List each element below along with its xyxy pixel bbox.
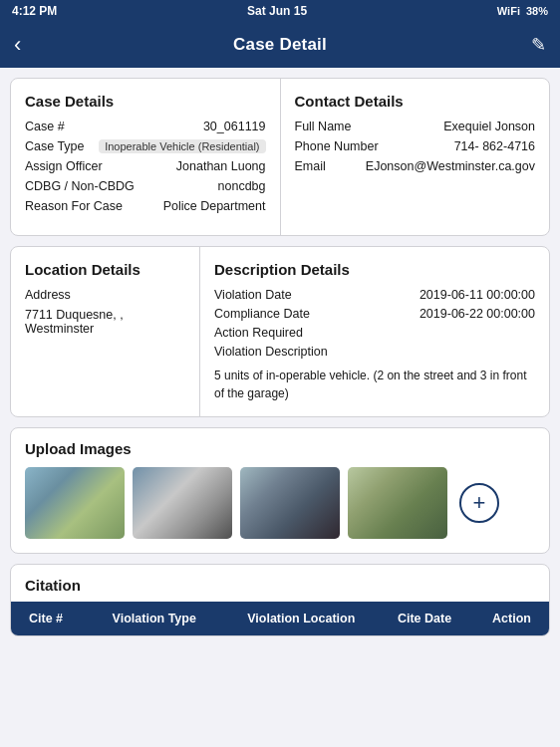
cdbg-label: CDBG / Non-CBDG [25,179,135,193]
status-icons: WiFi 38% [497,5,548,17]
reason-row: Reason For Case Police Department [25,199,266,213]
nav-bar: ‹ Case Detail ✎ [0,22,560,68]
phone-row: Phone Number 714- 862-4716 [295,139,536,153]
case-type-row: Case Type Inoperable Vehicle (Residentia… [25,139,266,153]
assign-officer-label: Assign Officer [25,159,103,173]
email-label: Email [295,159,326,173]
location-title: Location Details [25,261,185,278]
compliance-date-label: Compliance Date [214,307,310,321]
compliance-date-value: 2019-06-22 00:00:00 [420,307,535,321]
full-name-value: Exequiel Jonson [443,120,535,133]
violation-date-row: Violation Date 2019-06-11 00:00:00 [214,288,535,302]
action-required-label: Action Required [214,326,303,340]
case-details-title: Case Details [25,93,266,110]
description-title: Description Details [214,261,535,278]
phone-value: 714- 862-4716 [454,139,535,153]
cdbg-value: noncdbg [218,179,266,193]
case-contact-card: Case Details Case # 30_061119 Case Type … [10,78,550,236]
reason-label: Reason For Case [25,199,123,213]
image-thumb-4[interactable] [348,467,447,539]
wifi-icon: WiFi [497,5,520,17]
assign-officer-row: Assign Officer Jonathan Luong [25,159,266,173]
status-bar: 4:12 PM Sat Jun 15 WiFi 38% [0,0,560,22]
violation-date-value: 2019-06-11 00:00:00 [420,288,535,302]
case-details-col: Case Details Case # 30_061119 Case Type … [11,79,281,235]
cite-date-header: Cite Date [375,602,474,635]
status-date: Sat Jun 15 [247,4,307,18]
full-name-row: Full Name Exequiel Jonson [295,120,536,133]
citation-title: Citation [25,577,535,594]
image-thumb-3[interactable] [240,467,340,539]
images-row: + [25,467,535,539]
contact-details-col: Contact Details Full Name Exequiel Jonso… [281,79,550,235]
violation-desc-row: Violation Description [214,345,535,359]
address-label: Address [25,288,185,302]
contact-details-title: Contact Details [295,93,536,110]
address-value: 7711 Duquesne, , Westminster [25,308,185,336]
compliance-date-row: Compliance Date 2019-06-22 00:00:00 [214,307,535,321]
description-col: Description Details Violation Date 2019-… [200,247,549,416]
main-content: Case Details Case # 30_061119 Case Type … [0,68,560,646]
edit-button[interactable]: ✎ [516,34,546,56]
citation-table-header: Cite # Violation Type Violation Location… [11,602,549,635]
battery-icon: 38% [526,5,548,17]
assign-officer-value: Jonathan Luong [176,159,266,173]
case-num-value: 30_061119 [203,120,266,133]
back-button[interactable]: ‹ [14,32,44,58]
page-title: Case Detail [233,35,327,55]
image-thumb-1[interactable] [25,467,125,539]
cdbg-row: CDBG / Non-CBDG noncdbg [25,179,266,193]
violation-date-label: Violation Date [214,288,292,302]
citation-header: Citation [11,565,549,602]
reason-value: Police Department [163,199,266,213]
action-header: Action [474,602,549,635]
upload-images-section: Upload Images + [10,427,550,554]
violation-note: 5 units of in-operable vehicle. (2 on th… [214,367,535,402]
case-num-label: Case # [25,120,65,133]
cite-num-header: Cite # [11,602,81,635]
full-name-label: Full Name [295,120,352,133]
add-image-button[interactable]: + [459,483,499,523]
location-description-card: Location Details Address 7711 Duquesne, … [10,246,550,417]
phone-label: Phone Number [295,139,379,153]
email-value: EJonson@Westminster.ca.gov [366,159,535,173]
location-col: Location Details Address 7711 Duquesne, … [11,247,200,416]
case-type-value: Inoperable Vehicle (Residential) [99,139,265,153]
violation-desc-label: Violation Description [214,345,328,359]
action-required-row: Action Required [214,326,535,340]
violation-location-header: Violation Location [228,602,376,635]
email-row: Email EJonson@Westminster.ca.gov [295,159,536,173]
status-time: 4:12 PM [12,4,57,18]
case-num-row: Case # 30_061119 [25,120,266,133]
image-thumb-2[interactable] [133,467,232,539]
case-type-label: Case Type [25,139,85,153]
citation-section: Citation Cite # Violation Type Violation… [10,564,550,636]
upload-images-title: Upload Images [25,440,535,457]
violation-type-header: Violation Type [81,602,228,635]
